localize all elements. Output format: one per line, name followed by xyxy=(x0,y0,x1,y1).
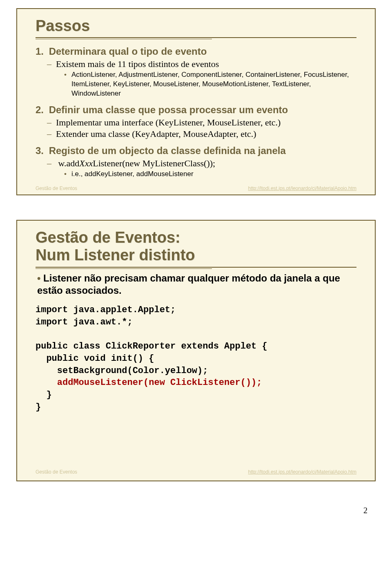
step-number: 1. xyxy=(36,46,44,57)
step-sub-detail: ActionListener, AdjustmentListener, Comp… xyxy=(71,70,356,98)
code-line: setBackground(Color.yellow); xyxy=(36,366,208,376)
title-rule xyxy=(36,37,356,38)
slide-footer: Gestão de Eventos http://ltodi.est.ips.p… xyxy=(17,469,375,478)
step-2: 2. Definir uma classe que possa processa… xyxy=(36,104,356,139)
code-line: import java.awt.*; xyxy=(36,317,133,327)
step-sub-detail: i.e., addKeyListener, addMouseListener xyxy=(71,170,356,179)
step-number: 2. xyxy=(36,104,44,115)
code-block: import java.applet.Applet; import java.a… xyxy=(36,304,356,413)
code-line: public void init() { xyxy=(36,353,154,364)
step-detail: Extender uma classe (KeyAdapter, MouseAd… xyxy=(56,129,356,139)
step-3: 3. Registo de um objecto da classe defin… xyxy=(36,145,356,179)
step-detail: w.addXxxListener(new MyListenerClass()); xyxy=(56,158,356,169)
title-rule xyxy=(36,267,356,268)
step-detail: Implementar uma interface (KeyListener, … xyxy=(56,117,356,128)
step-detail: Existem mais de 11 tipos distintos de ev… xyxy=(56,59,356,69)
slide-passos: Passos 1. Determinara qual o tipo de eve… xyxy=(16,8,376,195)
code-line: } xyxy=(36,402,41,412)
code-line-highlight: addMouseListener(new ClickListener()); xyxy=(36,378,262,388)
slide-listener-distinto: Gestão de Eventos: Num Listener distinto… xyxy=(16,220,376,481)
step-heading: Determinara qual o tipo de evento xyxy=(49,46,207,57)
step-number: 3. xyxy=(36,145,44,156)
step-heading: Definir uma classe que possa processar u… xyxy=(49,104,288,115)
slide-title: Passos xyxy=(36,17,356,35)
page-number: 2 xyxy=(16,506,376,515)
title-rule-short xyxy=(36,39,212,39)
step-1: 1. Determinara qual o tipo de evento Exi… xyxy=(36,46,356,98)
code-line: } xyxy=(36,390,52,400)
title-rule-short xyxy=(36,268,212,269)
slide-footer: Gestão de Eventos http://ltodi.est.ips.p… xyxy=(17,186,375,194)
slide-title: Gestão de Eventos: Num Listener distinto xyxy=(36,229,356,264)
code-line: import java.applet.Applet; xyxy=(36,305,176,315)
footer-link: http://ltodi.est.ips.pt/leonardo/ci/Mate… xyxy=(248,469,356,475)
code-line: public class ClickReporter extends Apple… xyxy=(36,341,267,351)
page: Passos 1. Determinara qual o tipo de eve… xyxy=(0,0,392,519)
slide-body-text: Listener não precisam chamar qualquer mé… xyxy=(37,272,356,297)
footer-link: http://ltodi.est.ips.pt/leonardo/ci/Mate… xyxy=(248,186,356,191)
footer-left: Gestão de Eventos xyxy=(36,186,77,191)
step-heading: Registo de um objecto da classe definida… xyxy=(49,145,286,156)
footer-left: Gestão de Eventos xyxy=(36,469,77,475)
